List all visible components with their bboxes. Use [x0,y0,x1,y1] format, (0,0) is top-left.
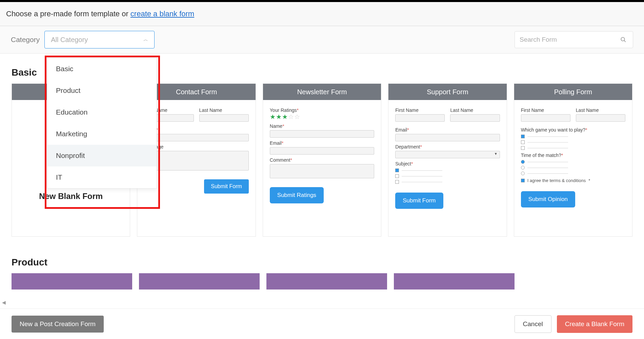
search-form-wrap [515,31,633,48]
header-prompt-text: Choose a pre-made form template or [6,9,130,18]
field-label: Email* [395,127,500,133]
chevron-up-icon: ︿ [143,37,148,43]
category-option-basic[interactable]: Basic [47,58,157,80]
category-option-it[interactable]: IT [47,166,157,188]
terms-line: I agree the terms & conditions* [521,178,625,183]
svg-point-0 [621,37,625,41]
field-select: ▼ [395,151,500,158]
field-label: Time of the match?* [521,153,625,158]
category-select-placeholder: All Category [51,36,88,44]
card-header: Newsletter Form [263,84,381,100]
category-select[interactable]: All Category ︿ [44,31,155,48]
star-rating: ★★★☆☆ [270,113,374,121]
new-blank-title: New Blank Form [39,192,103,201]
create-blank-form-button[interactable]: Create a Blank Form [557,315,632,333]
field-label: Last Name [576,107,625,113]
category-option-marketing[interactable]: Marketing [47,123,157,145]
field-input [576,114,625,122]
filter-left: Category All Category ︿ [11,31,155,48]
search-input[interactable] [515,36,614,43]
field-input [450,114,500,122]
template-card-polling[interactable]: Polling Form First Name Last Name Which … [514,83,632,237]
card-header: Support Form [388,84,506,100]
field-label: Last Name [199,107,249,113]
card-body-polling: First Name Last Name Which game you want… [514,100,632,236]
field-label: Department* [395,144,500,149]
cancel-button[interactable]: Cancel [515,315,551,333]
template-card-product[interactable] [266,273,387,290]
field-textarea [270,164,374,178]
field-label: Name* [270,123,374,129]
field-label: Email* [270,140,374,146]
field-label: Email* [144,127,248,133]
radio-line [521,172,625,175]
template-card-product[interactable] [12,273,132,290]
terms-label: I agree the terms & conditions [527,178,586,183]
svg-line-1 [624,40,626,42]
create-blank-form-link[interactable]: create a blank form [130,9,194,18]
template-card-support[interactable]: Support Form First Name Last Name Email*… [388,83,507,237]
product-cards-row [12,273,632,290]
field-input [521,114,570,122]
category-option-product[interactable]: Product [47,80,157,101]
field-label: Comment* [270,157,374,163]
card-header: Polling Form [514,84,632,100]
card-body-newsletter: Your Ratings* ★★★☆☆ Name* Email* Comment… [263,100,381,236]
field-label: Which game you want to play?* [521,127,625,133]
checkbox-line [521,135,625,138]
footer-bar: New a Post Creation Form Cancel Create a… [0,308,644,339]
field-input [199,114,249,122]
category-option-nonprofit[interactable]: Nonprofit [47,145,157,166]
template-card-product[interactable] [394,273,515,290]
submit-button: Submit Form [395,193,443,209]
field-input [270,130,374,138]
field-label: Last Name [450,107,500,113]
checkbox-line [395,174,500,178]
submit-button: Submit Opinion [521,191,575,207]
checkbox-line [521,140,625,144]
template-card-newsletter[interactable]: Newsletter Form Your Ratings* ★★★☆☆ Name… [263,83,381,237]
category-option-education[interactable]: Education [47,101,157,123]
field-label: Message [144,144,248,149]
header-prompt: Choose a pre-made form template or creat… [0,2,644,26]
category-dropdown[interactable]: BasicProductEducationMarketingNonprofitI… [47,58,157,188]
field-input [395,134,500,141]
field-input [144,134,248,141]
pager-prev-icon[interactable]: ◀ [2,300,6,305]
checkbox-line [521,146,625,150]
field-input [270,147,374,155]
field-label: Your Ratings* [270,107,374,113]
field-label: First Name [395,107,445,113]
section-title-product: Product [12,257,632,268]
radio-line [521,166,625,170]
category-label: Category [11,36,40,44]
checkbox-line [395,168,500,172]
filter-row: Category All Category ︿ [0,26,644,54]
field-label: Subject* [395,161,500,166]
field-textarea [144,151,248,171]
field-input [395,114,445,122]
submit-button: Submit Form [204,179,249,194]
card-body-support: First Name Last Name Email* Department*▼… [388,100,506,236]
new-post-creation-button[interactable]: New a Post Creation Form [12,316,104,333]
search-button[interactable] [614,32,633,48]
submit-button: Submit Ratings [270,187,324,203]
search-icon [620,37,626,43]
checkbox-line [395,180,500,184]
template-card-product[interactable] [139,273,260,290]
radio-line [521,160,625,164]
field-label: First Name [521,107,570,113]
